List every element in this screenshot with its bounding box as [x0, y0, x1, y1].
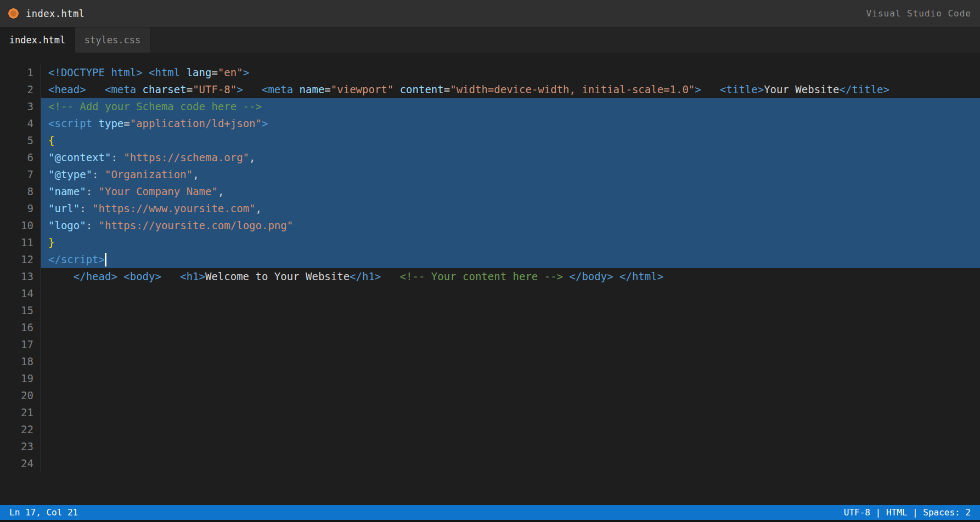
line-number[interactable]: 22: [0, 421, 41, 438]
code-line[interactable]: 23: [0, 438, 980, 455]
line-number[interactable]: 12: [0, 251, 41, 268]
code-line[interactable]: 11}: [0, 234, 980, 251]
code-line[interactable]: 22: [0, 421, 980, 438]
tab-label: styles.css: [85, 35, 140, 46]
line-number[interactable]: 24: [0, 455, 41, 472]
code-line[interactable]: 21: [0, 404, 980, 421]
code-line-text: [41, 285, 980, 302]
code-line[interactable]: 12</script>: [0, 251, 980, 268]
code-line-text: "url": "https://www.yoursite.com",: [41, 200, 980, 217]
vscode-window: index.html Visual Studio Code index.html…: [0, 0, 980, 522]
code-line[interactable]: 5{: [0, 132, 980, 149]
code-line[interactable]: 17: [0, 336, 980, 353]
line-number[interactable]: 3: [0, 98, 41, 115]
code-line-text: [41, 455, 980, 472]
app-name-label: Visual Studio Code: [866, 8, 971, 19]
code-line-text: <head> <meta charset="UTF-8"> <meta name…: [41, 81, 980, 98]
line-number[interactable]: 5: [0, 132, 41, 149]
line-number[interactable]: 6: [0, 149, 41, 166]
code-line[interactable]: 2<head> <meta charset="UTF-8"> <meta nam…: [0, 81, 980, 98]
code-line[interactable]: 8"name": "Your Company Name",: [0, 183, 980, 200]
code-line-text: </head> <body> <h1>Welcome to Your Websi…: [41, 268, 980, 285]
bottom-strip: [0, 520, 980, 522]
line-number[interactable]: 20: [0, 387, 41, 404]
code-line-text: [41, 421, 980, 438]
line-number[interactable]: 21: [0, 404, 41, 421]
code-line[interactable]: 16: [0, 319, 980, 336]
cursor-position-indicator[interactable]: Ln 17, Col 21: [9, 507, 78, 518]
code-line[interactable]: 1<!DOCTYPE html> <html lang="en">: [0, 64, 980, 81]
code-line-text: <!-- Add your Schema code here -->: [41, 98, 980, 115]
window-title: index.html: [26, 8, 85, 19]
code-line[interactable]: 13 </head> <body> <h1>Welcome to Your We…: [0, 268, 980, 285]
code-line[interactable]: 6"@context": "https://schema.org",: [0, 149, 980, 166]
code-line-text: [41, 353, 980, 370]
line-number[interactable]: 7: [0, 166, 41, 183]
code-line-text: {: [41, 132, 980, 149]
line-number[interactable]: 2: [0, 81, 41, 98]
code-line-text: [41, 438, 980, 455]
line-number[interactable]: 23: [0, 438, 41, 455]
status-bar: Ln 17, Col 21 UTF-8 | HTML | Spaces: 2: [0, 505, 980, 520]
code-line-text: <script type="application/ld+json">: [41, 115, 980, 132]
line-number[interactable]: 14: [0, 285, 41, 302]
code-line-text: }: [41, 234, 980, 251]
line-number[interactable]: 17: [0, 336, 41, 353]
code-line-text: "@context": "https://schema.org",: [41, 149, 980, 166]
line-number[interactable]: 4: [0, 115, 41, 132]
code-line[interactable]: 9"url": "https://www.yoursite.com",: [0, 200, 980, 217]
line-number[interactable]: 15: [0, 302, 41, 319]
line-number[interactable]: 9: [0, 200, 41, 217]
code-line-text: "name": "Your Company Name",: [41, 183, 980, 200]
tab-index-html[interactable]: index.html: [0, 27, 75, 53]
code-line-text: [41, 319, 980, 336]
code-line[interactable]: 3<!-- Add your Schema code here -->: [0, 98, 980, 115]
text-cursor: [105, 253, 106, 266]
code-line[interactable]: 24: [0, 455, 980, 472]
title-bar: index.html Visual Studio Code: [0, 0, 980, 27]
code-line-text: "logo": "https://yoursite.com/logo.png": [41, 217, 980, 234]
line-number[interactable]: 8: [0, 183, 41, 200]
code-line[interactable]: 14: [0, 285, 980, 302]
code-line-text: "@type": "Organization",: [41, 166, 980, 183]
code-editor[interactable]: 1<!DOCTYPE html> <html lang="en">2<head>…: [0, 53, 980, 505]
line-number[interactable]: 10: [0, 217, 41, 234]
code-line-text: </script>: [41, 251, 980, 268]
line-number[interactable]: 11: [0, 234, 41, 251]
code-line[interactable]: 4<script type="application/ld+json">: [0, 115, 980, 132]
line-number[interactable]: 19: [0, 370, 41, 387]
code-line-text: <!DOCTYPE html> <html lang="en">: [41, 64, 980, 81]
line-number[interactable]: 16: [0, 319, 41, 336]
tab-styles-css[interactable]: styles.css: [75, 27, 150, 53]
line-number[interactable]: 18: [0, 353, 41, 370]
record-icon: [8, 8, 19, 19]
code-line[interactable]: 18: [0, 353, 980, 370]
code-line-text: [41, 370, 980, 387]
file-info-indicator[interactable]: UTF-8 | HTML | Spaces: 2: [844, 507, 971, 518]
line-number[interactable]: 1: [0, 64, 41, 81]
code-line-text: [41, 336, 980, 353]
code-line-text: [41, 404, 980, 421]
tab-label: index.html: [9, 35, 65, 46]
line-number[interactable]: 13: [0, 268, 41, 285]
code-line[interactable]: 19: [0, 370, 980, 387]
code-line[interactable]: 10"logo": "https://yoursite.com/logo.png…: [0, 217, 980, 234]
code-line[interactable]: 15: [0, 302, 980, 319]
code-line[interactable]: 20: [0, 387, 980, 404]
code-line-text: [41, 387, 980, 404]
tab-bar: index.html styles.css: [0, 27, 980, 53]
code-line-text: [41, 302, 980, 319]
code-line[interactable]: 7"@type": "Organization",: [0, 166, 980, 183]
